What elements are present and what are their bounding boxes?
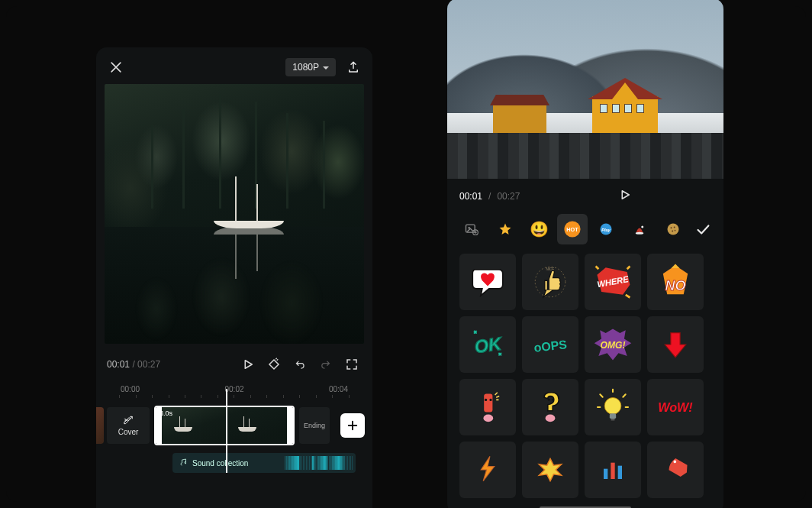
clip-trim-right[interactable] <box>287 407 295 444</box>
svg-point-23 <box>485 399 487 401</box>
editor-header: 1080P <box>96 47 372 84</box>
video-editor-panel: 1080P <box>96 47 372 508</box>
play-button[interactable] <box>238 354 258 374</box>
play-button[interactable] <box>618 188 635 205</box>
category-image-add[interactable] <box>456 214 487 244</box>
sticker-burst[interactable] <box>522 442 578 498</box>
music-note-icon <box>179 458 188 468</box>
prev-clip[interactable]: lip <box>96 407 104 444</box>
svg-point-8 <box>636 232 644 235</box>
svg-rect-29 <box>610 413 616 419</box>
svg-point-25 <box>546 415 556 422</box>
resolution-label: 1080P <box>292 62 319 73</box>
sticker-no[interactable]: NO <box>647 254 704 310</box>
playhead[interactable] <box>226 389 227 473</box>
svg-point-26 <box>548 399 550 401</box>
sticker-exclaim-red[interactable] <box>459 379 516 435</box>
audio-track[interactable]: Sound collection <box>172 453 356 473</box>
undo-button[interactable] <box>290 354 310 374</box>
svg-point-12 <box>672 231 673 232</box>
svg-point-9 <box>668 224 679 235</box>
sticker-wow[interactable]: WoW! <box>647 379 704 435</box>
sticker-transport: 00:01 / 00:27 <box>447 179 723 214</box>
cover-button[interactable]: Cover <box>107 407 150 444</box>
confirm-button[interactable] <box>691 221 714 238</box>
sticker-nice-thumb[interactable]: NICE <box>522 254 578 310</box>
sticker-panel: 00:01 / 00:27 😃 HOT Play <box>447 0 723 508</box>
chevron-down-icon <box>323 66 329 70</box>
transport-bar: 00:01 / 00:27 <box>96 344 372 382</box>
category-play[interactable]: Play <box>591 214 621 244</box>
svg-text:Play: Play <box>601 228 611 232</box>
sticker-grid: NICE WHERE NO <box>447 244 723 501</box>
ruler-mark: 00:02 <box>224 385 243 393</box>
sticker-oops[interactable]: oOPS <box>522 316 578 373</box>
svg-text:NO: NO <box>665 278 686 293</box>
svg-point-28 <box>604 398 621 415</box>
category-hot[interactable]: HOT <box>557 214 588 244</box>
svg-rect-33 <box>611 463 614 479</box>
video-clip[interactable]: 3.0s <box>154 406 295 445</box>
close-icon[interactable] <box>108 60 124 75</box>
svg-point-24 <box>489 399 491 401</box>
sticker-arrow-down[interactable] <box>647 316 704 373</box>
svg-text:HOT: HOT <box>566 226 578 233</box>
sticker-categories: 😃 HOT Play <box>447 214 723 244</box>
sticker-heart-speech[interactable] <box>459 254 516 310</box>
current-time: 00:01 <box>107 359 130 370</box>
add-clip-button[interactable] <box>340 413 365 438</box>
svg-rect-34 <box>618 466 622 479</box>
ending-label: Ending <box>304 422 325 429</box>
waveform <box>284 456 353 470</box>
sticker-preview[interactable] <box>447 0 723 179</box>
svg-rect-32 <box>604 469 607 479</box>
sticker-lightbulb[interactable] <box>585 379 641 435</box>
svg-point-27 <box>552 399 554 401</box>
svg-text:oOPS: oOPS <box>533 338 568 354</box>
resolution-selector[interactable]: 1080P <box>285 58 336 76</box>
sticker-tag[interactable] <box>647 442 704 498</box>
svg-text:WoW!: WoW! <box>658 400 693 414</box>
svg-point-10 <box>671 227 672 228</box>
keyframe-button[interactable] <box>264 354 284 374</box>
ruler-mark: 00:04 <box>329 385 348 393</box>
timeline-ruler: 00:00 00:02 00:04 <box>96 385 372 393</box>
video-preview[interactable] <box>105 84 364 344</box>
fullscreen-button[interactable] <box>342 354 362 374</box>
timeline[interactable]: lip Cover 3.0s Ending <box>96 406 372 445</box>
sticker-omg[interactable]: OMG! <box>585 316 641 373</box>
audio-label: Sound collection <box>192 459 248 468</box>
category-star[interactable] <box>490 214 520 244</box>
category-smile[interactable]: 😃 <box>524 214 554 244</box>
redo-button <box>316 354 336 374</box>
svg-point-7 <box>641 226 643 228</box>
sticker-where[interactable]: WHERE <box>585 254 641 310</box>
svg-text:OMG!: OMG! <box>600 340 625 351</box>
category-cookie[interactable] <box>658 214 688 244</box>
timecode: 00:01 / 00:27 <box>107 359 160 370</box>
current-time: 00:01 <box>459 191 482 202</box>
ruler-mark: 00:00 <box>121 385 140 393</box>
svg-rect-21 <box>484 393 492 412</box>
duration: 00:27 <box>497 191 520 202</box>
svg-rect-30 <box>611 419 615 421</box>
sticker-bars[interactable] <box>585 442 641 498</box>
svg-point-11 <box>674 227 675 228</box>
svg-point-13 <box>675 230 676 231</box>
sticker-ok[interactable]: OK <box>459 316 516 373</box>
duration: 00:27 <box>137 359 160 370</box>
clip-duration: 3.0s <box>160 409 172 417</box>
export-icon[interactable] <box>346 60 360 74</box>
sticker-bolt[interactable] <box>459 442 516 498</box>
svg-point-22 <box>483 415 493 422</box>
category-santa[interactable] <box>624 214 655 244</box>
sticker-question-yellow[interactable] <box>522 379 578 435</box>
ending-tile[interactable]: Ending <box>299 407 330 444</box>
cover-label: Cover <box>118 428 139 436</box>
